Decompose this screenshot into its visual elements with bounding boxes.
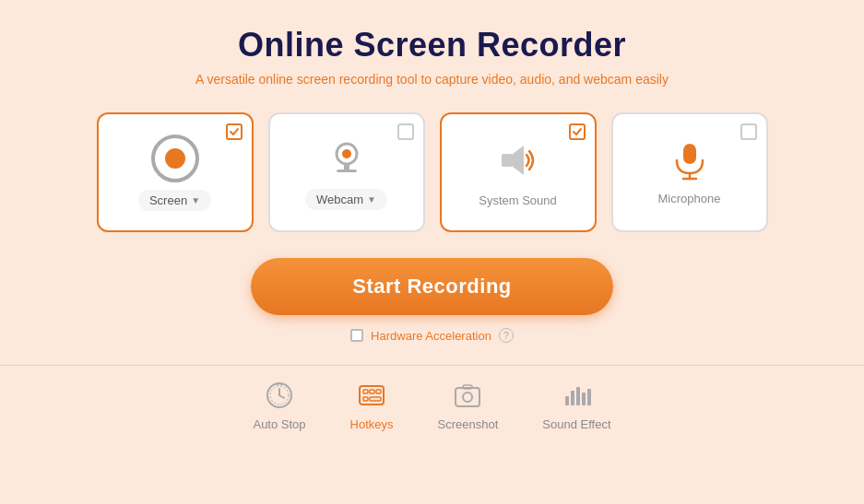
subtitle-end: easily — [635, 72, 669, 87]
page-subtitle: A versatile online screen recording tool… — [195, 72, 669, 87]
auto-stop-icon — [263, 379, 296, 412]
screenshot-icon — [451, 379, 484, 412]
svg-rect-23 — [571, 391, 574, 405]
microphone-icon — [669, 140, 710, 181]
option-system-sound[interactable]: System Sound — [440, 112, 597, 232]
svg-rect-3 — [337, 170, 357, 172]
webcam-chevron-icon: ▼ — [367, 194, 376, 205]
option-screen[interactable]: Screen ▼ — [97, 112, 254, 232]
page-title: Online Screen Recorder — [238, 26, 626, 64]
system-sound-checkbox[interactable] — [569, 123, 586, 140]
option-microphone[interactable]: Microphone — [611, 112, 768, 232]
svg-rect-2 — [344, 164, 349, 170]
bottom-item-hotkeys[interactable]: Hotkeys — [350, 379, 394, 431]
subtitle-highlight: video, audio, and webcam — [482, 72, 633, 87]
auto-stop-label: Auto Stop — [253, 417, 305, 431]
screen-checkbox[interactable] — [226, 123, 243, 140]
svg-rect-18 — [370, 397, 381, 401]
svg-rect-22 — [565, 396, 569, 405]
system-sound-label: System Sound — [479, 193, 557, 207]
bottom-item-screenshot[interactable]: Screenshot — [438, 379, 499, 431]
svg-rect-16 — [376, 390, 381, 393]
screen-check-icon — [230, 127, 239, 136]
webcam-checkbox[interactable] — [397, 123, 414, 140]
hotkeys-icon — [355, 379, 388, 412]
svg-rect-4 — [502, 154, 513, 167]
svg-line-12 — [279, 395, 284, 398]
svg-rect-15 — [370, 390, 374, 393]
webcam-label: Webcam — [316, 193, 363, 206]
hardware-acceleration-label: Hardware Acceleration — [371, 329, 491, 343]
microphone-label: Microphone — [658, 192, 721, 205]
sound-icon — [496, 138, 540, 182]
hardware-acceleration-checkbox[interactable] — [350, 329, 363, 342]
svg-rect-19 — [456, 388, 479, 406]
bottom-item-auto-stop[interactable]: Auto Stop — [253, 379, 305, 431]
system-sound-check-icon — [573, 127, 582, 136]
screen-label: Screen — [149, 193, 187, 207]
sound-effect-icon — [560, 379, 593, 412]
subtitle-start: A versatile online screen recording tool… — [195, 72, 482, 87]
screen-chevron-icon: ▼ — [191, 195, 200, 205]
bottom-item-sound-effect[interactable]: Sound Effect — [542, 379, 610, 431]
hardware-acceleration-row: Hardware Acceleration ? — [350, 328, 514, 343]
options-row: Screen ▼ Webcam ▼ — [97, 112, 768, 232]
svg-rect-24 — [576, 387, 580, 405]
bottom-toolbar: Auto Stop Hotkeys Screenshot — [0, 365, 864, 431]
svg-rect-25 — [582, 393, 586, 405]
svg-rect-26 — [587, 389, 591, 405]
svg-point-20 — [463, 393, 472, 402]
screen-icon — [151, 135, 199, 182]
option-webcam[interactable]: Webcam ▼ — [268, 112, 425, 232]
screenshot-label: Screenshot — [438, 417, 499, 431]
start-recording-button[interactable]: Start Recording — [251, 258, 613, 315]
hotkeys-label: Hotkeys — [350, 417, 394, 431]
svg-rect-6 — [683, 144, 696, 164]
webcam-icon — [324, 135, 370, 182]
hardware-acceleration-help-icon[interactable]: ? — [499, 328, 514, 343]
svg-rect-14 — [363, 390, 368, 393]
svg-rect-13 — [360, 386, 384, 404]
microphone-checkbox[interactable] — [740, 123, 757, 140]
sound-effect-label: Sound Effect — [542, 417, 610, 431]
webcam-dropdown[interactable]: Webcam ▼ — [305, 189, 387, 210]
svg-point-1 — [342, 149, 351, 158]
screen-dropdown[interactable]: Screen ▼ — [138, 190, 211, 211]
svg-rect-17 — [363, 397, 368, 401]
svg-marker-5 — [513, 146, 524, 175]
